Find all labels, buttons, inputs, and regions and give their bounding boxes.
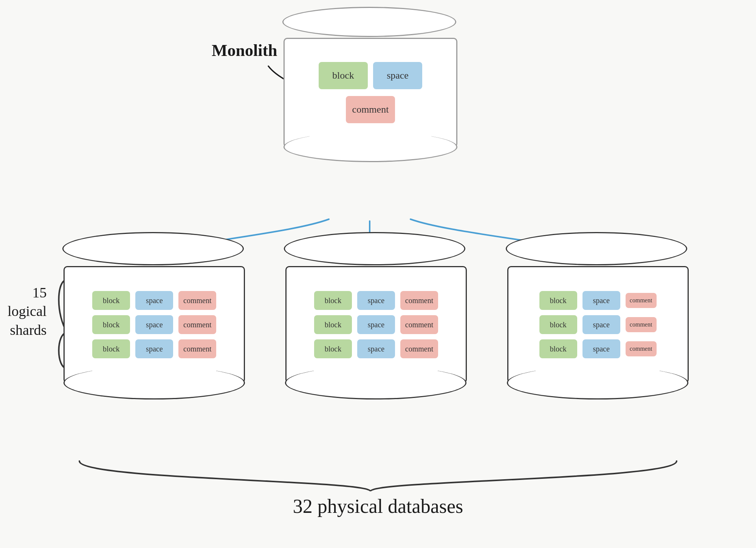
s2r2-comment: comment [400,315,438,334]
s3r2-space: space [582,315,620,334]
shard-cylinder-3: block space comment block space comment … [507,249,689,383]
shard1-cyl-body: block space comment block space comment … [64,266,245,383]
s2r2-block: block [314,315,352,334]
shard3-row1: block space comment [539,291,657,310]
s3r3-comment: comment [626,341,657,356]
shard1-cyl-bot [64,366,245,399]
shard2-row2: block space comment [314,315,438,334]
monolith-label: Monolith [212,41,277,60]
s2r1-block: block [314,291,352,310]
s3r1-space: space [582,291,620,310]
s2r1-space: space [357,291,395,310]
shard1-row3: block space comment [92,339,216,358]
s1r1-space: space [135,291,173,310]
s2r3-comment: comment [400,339,438,358]
s1r3-block: block [92,339,130,358]
monolith-cyl-body: block space comment [284,38,457,147]
monolith-cyl-bottom-ellipse [284,132,457,162]
monolith-cylinder: block space comment [284,23,457,147]
s1r1-comment: comment [178,291,216,310]
monolith-cyl-top-ellipse [282,7,456,37]
s2r3-space: space [357,339,395,358]
shard3-cyl-bot [507,366,688,399]
shard2-cyl-bot [285,366,466,399]
s1r3-comment: comment [178,339,216,358]
chip-comment-monolith: comment [346,96,395,123]
s1r1-block: block [92,291,130,310]
s3r1-comment: comment [626,293,657,308]
s1r2-space: space [135,315,173,334]
s2r3-block: block [314,339,352,358]
shard3-cyl-top [506,232,687,265]
shard-cylinder-2: block space comment block space comment … [285,249,467,383]
diagram-container: Monolith block space comment 15logicalsh… [0,0,756,548]
shard1-row2: block space comment [92,315,216,334]
s1r2-block: block [92,315,130,334]
chip-space-monolith: space [373,62,422,89]
s3r1-block: block [539,291,577,310]
physical-db-label: 32 physical databases [0,495,756,517]
s2r2-space: space [357,315,395,334]
shard1-row1: block space comment [92,291,216,310]
chip-block-monolith: block [319,62,368,89]
s3r3-space: space [582,339,620,358]
s3r3-block: block [539,339,577,358]
shard-cylinder-1: block space comment block space comment … [64,249,245,383]
shard2-cyl-top [284,232,465,265]
shard2-cyl-body: block space comment block space comment … [285,266,467,383]
shard2-row1: block space comment [314,291,438,310]
logical-shards-label: 15logicalshards [8,283,46,339]
shard1-cyl-top [62,232,244,265]
s1r3-space: space [135,339,173,358]
monolith-chips-row1: block space [319,62,422,89]
s2r1-comment: comment [400,291,438,310]
shard-cylinders-row: block space comment block space comment … [43,249,709,383]
s1r2-comment: comment [178,315,216,334]
bottom-brace [79,461,677,491]
shard2-row3: block space comment [314,339,438,358]
monolith-chips-row2: comment [346,96,395,123]
s3r2-comment: comment [626,317,657,332]
shard3-cyl-body: block space comment block space comment … [507,266,689,383]
shard3-row3: block space comment [539,339,657,358]
shard3-row2: block space comment [539,315,657,334]
s3r2-block: block [539,315,577,334]
